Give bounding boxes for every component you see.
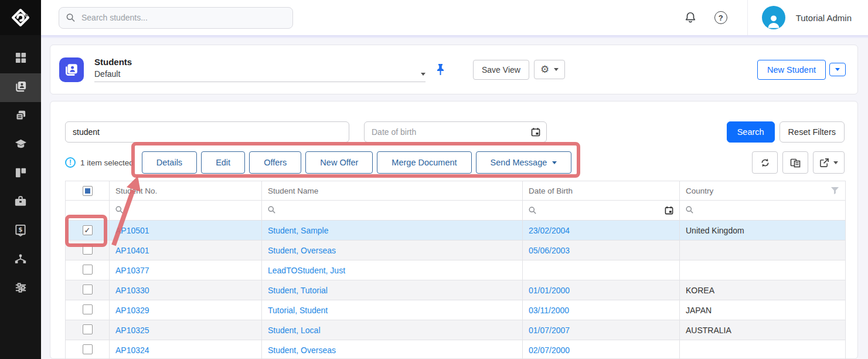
country-cell	[680, 260, 846, 280]
student-no-link[interactable]: AP10330	[115, 286, 149, 295]
export-button[interactable]	[813, 151, 845, 174]
sidebar-item-students[interactable]	[0, 73, 41, 102]
bell-icon	[684, 11, 697, 24]
student-name-link[interactable]: Student, Tutorial	[268, 286, 328, 295]
student-no-link[interactable]: AP10377	[115, 266, 149, 275]
dob-link[interactable]: 03/11/2000	[529, 306, 569, 315]
topbar-divider	[747, 0, 748, 35]
dob-filter-input[interactable]	[370, 127, 531, 137]
sidebar-item-dashboard[interactable]	[0, 45, 41, 73]
row-checkbox[interactable]	[83, 245, 93, 255]
table-row[interactable]: AP10377 LeadTOStudent, Just	[66, 260, 846, 280]
calendar-icon[interactable]	[531, 127, 540, 137]
merge-document-button[interactable]: Merge Document	[377, 151, 471, 174]
edit-button[interactable]: Edit	[201, 151, 245, 174]
search-button[interactable]: Search	[727, 121, 775, 143]
student-name-link[interactable]: Student, Overseas	[268, 246, 336, 255]
send-message-button[interactable]: Send Message	[476, 151, 572, 174]
table-row[interactable]: AP10324 Student, Overseas 02/07/2000	[66, 340, 846, 359]
student-no-link[interactable]: AP10329	[115, 306, 149, 315]
save-view-button[interactable]: Save View	[473, 60, 529, 80]
export-icon	[819, 158, 829, 168]
row-checkbox[interactable]	[83, 344, 93, 354]
filter-student-name[interactable]	[262, 201, 523, 221]
filter-student-no[interactable]	[110, 201, 262, 221]
global-search[interactable]	[59, 7, 293, 29]
chevron-down-icon	[552, 161, 557, 164]
students-module-icon	[59, 57, 84, 82]
sidebar-item-documents[interactable]	[0, 102, 41, 131]
dob-link[interactable]: 01/07/2007	[529, 326, 570, 335]
notifications-button[interactable]	[680, 8, 700, 28]
selection-row: ! 1 item selected DetailsEditOffersNew O…	[65, 151, 845, 174]
student-no-link[interactable]: AP10501	[115, 226, 149, 235]
select-all-checkbox[interactable]	[83, 186, 93, 196]
student-no-link[interactable]: AP10401	[115, 246, 149, 255]
sidebar-item-layout[interactable]	[0, 160, 41, 188]
user-name[interactable]: Tutorial Admin	[796, 13, 852, 23]
student-name-link[interactable]: Student, Sample	[268, 226, 329, 235]
new-student-menu-button[interactable]	[829, 63, 846, 76]
filter-dob[interactable]	[523, 201, 680, 221]
keyword-filter-input[interactable]	[65, 121, 349, 143]
table-row[interactable]: AP10329 Tutorial, Student 03/11/2000 JAP…	[66, 300, 846, 320]
row-checkbox[interactable]	[83, 225, 93, 235]
new-student-button[interactable]: New Student	[757, 60, 826, 80]
student-no-link[interactable]: AP10324	[115, 346, 149, 355]
view-select[interactable]: Default	[94, 69, 426, 82]
row-checkbox[interactable]	[83, 324, 93, 334]
student-name-link[interactable]: Tutorial, Student	[268, 306, 328, 315]
sidebar-item-briefcase[interactable]	[0, 188, 41, 217]
details-button[interactable]: Details	[142, 151, 197, 174]
dob-filter[interactable]	[364, 121, 547, 143]
sidebar-item-finance[interactable]: $	[0, 217, 41, 246]
chevron-down-icon	[833, 161, 838, 164]
table-row[interactable]: AP10501 Student, Sample 23/02/2004 Unite…	[66, 221, 846, 241]
col-student-name[interactable]: Student Name	[262, 181, 523, 201]
offers-button[interactable]: Offers	[249, 151, 301, 174]
row-action-buttons: DetailsEditOffersNew OfferMerge Document…	[142, 151, 572, 174]
row-checkbox[interactable]	[83, 265, 93, 275]
filter-country[interactable]	[680, 201, 846, 221]
student-name-link[interactable]: Student, Local	[268, 326, 321, 335]
reset-filters-button[interactable]: Reset Filters	[780, 121, 845, 143]
student-name-link[interactable]: LeadTOStudent, Just	[268, 266, 345, 275]
pin-icon	[436, 63, 445, 76]
refresh-button[interactable]	[752, 151, 778, 174]
page-header-card: Students Default Save View ⚙ New Student	[50, 45, 858, 94]
workflow-icon	[14, 253, 27, 267]
view-settings-button[interactable]: ⚙	[534, 60, 565, 79]
col-country[interactable]: Country	[680, 181, 846, 201]
column-chooser-button[interactable]	[782, 151, 808, 174]
search-input[interactable]	[80, 12, 285, 23]
country-cell	[680, 241, 846, 260]
refresh-icon	[760, 158, 770, 168]
filter-funnel-icon[interactable]	[830, 187, 839, 195]
table-row[interactable]: AP10401 Student, Overseas 05/06/2003	[66, 241, 846, 260]
col-student-no[interactable]: Student No.	[110, 181, 262, 201]
sidebar-item-preferences[interactable]	[0, 275, 41, 303]
col-dob[interactable]: Date of Birth	[523, 181, 680, 201]
dob-link[interactable]: 01/01/2000	[529, 286, 570, 295]
student-no-link[interactable]: AP10325	[115, 326, 149, 335]
avatar[interactable]	[762, 6, 785, 29]
sidebar-item-courses[interactable]	[0, 131, 41, 160]
dob-link[interactable]: 02/07/2000	[529, 346, 570, 355]
student-name-link[interactable]: Student, Overseas	[268, 346, 336, 355]
action-label: Send Message	[491, 158, 547, 167]
sidebar-item-workflow[interactable]	[0, 246, 41, 275]
calendar-icon[interactable]	[665, 206, 673, 215]
table-row[interactable]: AP10330 Student, Tutorial 01/01/2000 KOR…	[66, 280, 846, 300]
country-cell	[680, 340, 846, 359]
table-row[interactable]: AP10325 Student, Local 01/07/2007 AUSTRA…	[66, 320, 846, 340]
help-button[interactable]: ?	[711, 8, 731, 28]
app-logo[interactable]	[0, 0, 41, 35]
row-checkbox[interactable]	[83, 285, 93, 294]
row-checkbox[interactable]	[83, 304, 93, 314]
dob-link[interactable]: 23/02/2004	[529, 226, 570, 235]
documents-icon	[15, 109, 27, 124]
search-icon	[66, 13, 75, 22]
dob-link[interactable]: 05/06/2003	[529, 246, 570, 255]
new-offer-button[interactable]: New Offer	[305, 151, 373, 174]
pin-view-button[interactable]	[436, 63, 445, 76]
